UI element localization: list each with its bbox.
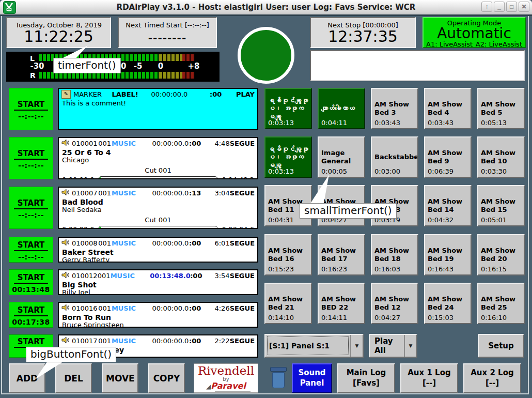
log-entry-artist: Bruce Springsteen xyxy=(59,322,257,328)
sound-panel-button-label: AM Show Bed 18 xyxy=(374,247,415,263)
sound-panel-button-timer: 0:16:15 xyxy=(481,265,507,273)
panel-selector-dropdown[interactable]: [S:1] Panel S:1 ▼ xyxy=(264,334,364,358)
start-button-label: START xyxy=(14,149,49,160)
log-entry-artist: Gerry Rafferty xyxy=(59,256,257,263)
sound-panel-button-label: AM Show Bed 12 xyxy=(374,295,415,311)
sound-panel-button[interactable]: AM Show Bed 170:16:23 xyxy=(318,234,365,275)
speaker-icon xyxy=(61,139,72,148)
sound-panel-button[interactable]: AM Show Bed 200:16:15 xyxy=(477,234,525,275)
chevron-down-icon[interactable]: ▼ xyxy=(350,335,363,357)
start-button[interactable]: START--:--:-- xyxy=(9,88,53,130)
mode-button-main-log[interactable]: Main Log[Favs] xyxy=(337,363,395,393)
play-mode-dropdown[interactable]: Play All ▼ xyxy=(369,334,417,358)
move-button[interactable]: MOVE xyxy=(102,363,138,393)
sound-panel-button[interactable]: AM Show Bed 120:04:27 xyxy=(371,283,418,324)
sound-panel-button[interactable]: Backstabber0:03:00 xyxy=(371,136,418,178)
rivendell-logo-title: Rivendell xyxy=(194,364,258,377)
start-time-value: 00:00:00.0 xyxy=(152,239,189,248)
sound-panel-button[interactable]: AM Show BED 220:14:11 xyxy=(318,283,365,324)
talk-time: :13 xyxy=(189,189,208,197)
sound-panel-button-timer: 0:06:39 xyxy=(428,167,453,175)
sound-panel-button[interactable]: AM Show Bed 140:04:32 xyxy=(424,185,472,226)
group-number: 001 xyxy=(98,140,112,148)
start-button[interactable]: START--:--:-- xyxy=(9,187,53,229)
mode-button-aux-2-log[interactable]: Aux 2 Log[--] xyxy=(463,363,521,393)
log-row: START00:13:48010012001MUSIC00:13:48.0:00… xyxy=(9,269,258,295)
start-button[interactable]: START00:17:38 xyxy=(9,302,53,328)
sound-panel-button-timer: 0:03:30 xyxy=(481,167,507,175)
log-entry-artist: Chicago xyxy=(59,157,257,164)
log-entry-title: Baker Street xyxy=(59,248,257,257)
minimize-button[interactable]: _ xyxy=(494,2,505,12)
annotation-small-timer-font: smallTimerFont() xyxy=(300,203,397,219)
start-button[interactable]: START--:--:-- xyxy=(9,137,53,179)
trash-icon[interactable] xyxy=(270,367,287,390)
add-button[interactable]: ADD xyxy=(9,363,45,393)
sound-panel-button[interactable]: AM Show Bed 180:16:03 xyxy=(371,234,418,275)
sound-panel-button[interactable]: AM Show Bed 250:16:10 xyxy=(477,283,525,324)
cart-number: 010001 xyxy=(72,140,98,148)
mode-button-aux-1-log[interactable]: Aux 1 Log[--] xyxy=(400,363,458,393)
length: 6:01 xyxy=(208,239,230,248)
group-name: MUSIC xyxy=(112,239,152,248)
sound-panel-button[interactable]: AM Show Bed 150:05:01 xyxy=(477,185,525,226)
group-number: 001 xyxy=(98,272,111,280)
speaker-icon xyxy=(61,271,72,281)
sound-panel-button[interactable]: ဟာျဟ်ခေါကာယ0:04:11 xyxy=(318,88,365,129)
total-time: 0:03:04.6 xyxy=(222,225,254,229)
sound-panel-button[interactable]: AM Show Bed 160:15:23 xyxy=(264,234,312,275)
meter-tick-label: +8 xyxy=(187,62,199,71)
sound-panel-button[interactable]: AM Show Bed 30:03:43 xyxy=(371,88,418,129)
sound-panel-button[interactable]: AM Show Bed 190:16:43 xyxy=(424,234,472,275)
start-button-time: 00:17:38 xyxy=(9,318,53,326)
sound-panel-button[interactable]: ရခိဝုင်ချွဖုပ၊ အဖုကမချွ0:03:13 xyxy=(264,88,312,129)
start-time-value: 00:00:00.0 xyxy=(152,337,189,345)
start-button-label: START xyxy=(14,306,49,316)
start-button[interactable]: START--:--:-- xyxy=(9,237,53,263)
start-button-label: START xyxy=(14,338,49,348)
start-button[interactable]: START00:13:48 xyxy=(9,269,53,295)
chevron-down-icon[interactable]: ▼ xyxy=(404,335,416,357)
maximize-button[interactable]: □ xyxy=(506,2,517,12)
log-entry[interactable]: 010001001MUSIC00:00:00.0:004:48SEGUE25 O… xyxy=(58,137,258,179)
start-button-time: --:--:-- xyxy=(9,211,53,219)
log-entry-cut: Cut 001 xyxy=(59,166,257,174)
sound-panel-button[interactable]: ရခိဝုင်ချွဖုပ၊ အဖုကမချွ0:03:13 xyxy=(264,136,312,178)
start-button-label: START xyxy=(14,273,49,284)
wall-clock-panel: Tuesday, October 8, 2019 11:22:25 xyxy=(6,17,111,48)
cart-number: 010008 xyxy=(72,239,98,248)
sound-panel-button-timer: 0:16:43 xyxy=(428,265,453,273)
next-timed-start-value: -------- xyxy=(119,32,216,44)
log-entry[interactable]: 010016001MUSIC00:00:00.0:004:26SEGUEBorn… xyxy=(58,302,258,328)
log-entry[interactable]: 010007001MUSIC00:00:00.0:133:04SEGUEBad … xyxy=(58,187,258,229)
mode-button-sound[interactable]: SoundPanel xyxy=(292,363,332,393)
sound-panel-button[interactable]: Image General0:00:05 xyxy=(318,136,365,178)
sound-panel-button[interactable]: AM Show Bed 100:03:30 xyxy=(477,136,525,178)
frame-bottom-edge xyxy=(1,393,529,394)
sound-panel-button[interactable]: AM Show Bed 240:15:03 xyxy=(424,283,472,324)
sound-panel-button[interactable]: AM Show Bed 40:03:43 xyxy=(424,88,472,129)
pie-countdown-widget xyxy=(238,27,294,84)
log-entry-marker[interactable]: ✎MARKERLABEL!00:00:00.0:00PLAYThis is a … xyxy=(58,88,258,130)
log-entry-meta: 010017001MUSIC00:00:00.0:002:22SEGUE xyxy=(59,335,257,346)
sound-panel-button-label: AM Show Bed 5 xyxy=(481,100,521,116)
progress-fill xyxy=(99,177,102,179)
operating-mode-button[interactable]: Operating Mode Automatic A1: LiveAssist … xyxy=(423,17,526,48)
cart-number: 010007 xyxy=(72,189,98,197)
sound-panel-button[interactable]: AM Show Bed 50:05:13 xyxy=(477,88,525,129)
setup-button[interactable]: Setup xyxy=(478,334,524,358)
sound-panel-button-label: AM Show Bed 20 xyxy=(481,247,521,263)
shade-button[interactable]: ↑ xyxy=(481,2,492,12)
sound-panel-button-label: AM Show Bed 3 xyxy=(374,100,415,116)
close-button[interactable]: ✕ xyxy=(519,2,529,12)
length: 4:48 xyxy=(208,140,230,148)
copy-button[interactable]: COPY xyxy=(148,363,185,393)
del-button[interactable]: DEL xyxy=(55,363,92,393)
log-entry[interactable]: 010008001MUSIC00:00:00.0:006:01SEGUEBake… xyxy=(58,237,258,263)
sound-panel-button[interactable]: AM Show Bed 90:06:39 xyxy=(424,136,472,178)
length: 2:22 xyxy=(208,337,230,345)
meter-right-label: R xyxy=(30,72,36,79)
log-entry[interactable]: 010012001MUSIC00:13:48.0:003:54SEGUEBig … xyxy=(58,269,258,295)
sound-panel-button-timer: 0:16:03 xyxy=(374,265,400,273)
sound-panel-button[interactable]: AM Show Bed 210:14:10 xyxy=(264,283,312,324)
